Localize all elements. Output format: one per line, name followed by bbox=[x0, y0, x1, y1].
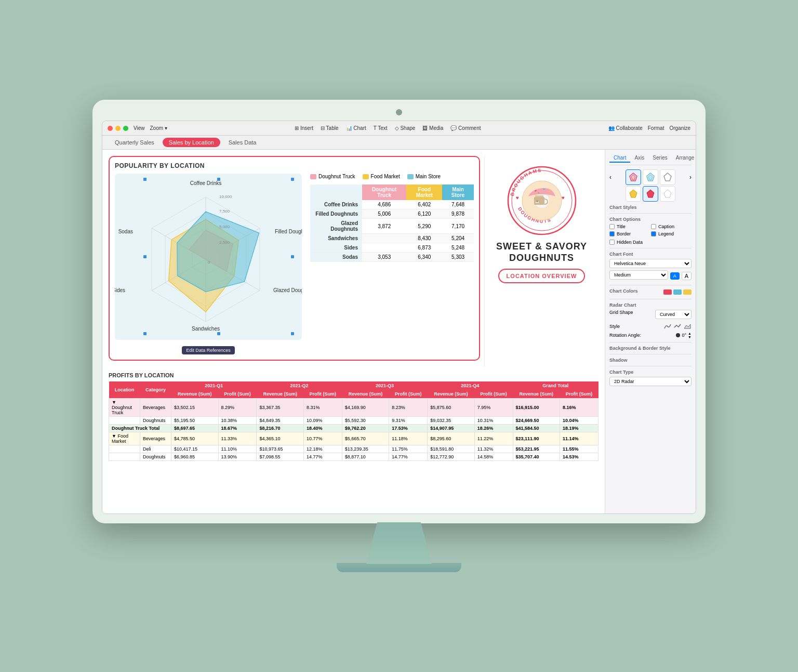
table-row: Sodas 3,053 6,340 5,303 bbox=[310, 253, 474, 262]
font-size-select[interactable]: Medium bbox=[609, 270, 668, 280]
grid-shape-select[interactable]: Curved Straight bbox=[655, 310, 691, 319]
style-label: Style bbox=[609, 324, 620, 329]
svg-text:2,500: 2,500 bbox=[219, 240, 230, 245]
svg-text:♥: ♥ bbox=[562, 195, 565, 201]
camera-notch bbox=[396, 109, 402, 115]
option-hidden-data: Hidden Data bbox=[609, 240, 691, 245]
chart-icon[interactable]: 📊 Chart bbox=[346, 125, 366, 131]
toolbar-right: 👥 Collaborate Format Organize bbox=[608, 125, 690, 131]
right-panel: Chart Axis Series Arrange ‹ bbox=[605, 150, 696, 513]
brand-logo: BROUGHAMS DOUGHNUTS ♥ ♥ bbox=[506, 164, 578, 237]
table-icon[interactable]: ⊟ Table bbox=[321, 125, 339, 131]
location-overview-btn[interactable]: LOCATION OVERVIEW bbox=[498, 269, 586, 283]
th-main-store: Main Store bbox=[442, 185, 474, 200]
chart-styles-label: Chart Styles bbox=[609, 205, 691, 210]
main-content: POPULARITY BY LOCATION bbox=[102, 150, 696, 513]
color-swatch-1[interactable] bbox=[663, 289, 672, 295]
border-checkbox[interactable] bbox=[609, 231, 615, 236]
monitor-body: View Zoom ▾ ⊞ Insert ⊟ Table 📊 Chart T T… bbox=[92, 100, 706, 523]
tab-sales-data[interactable]: Sales Data bbox=[222, 138, 263, 147]
legend-label-main: Main Store bbox=[416, 174, 441, 179]
chart-style-6[interactable] bbox=[660, 186, 675, 202]
profits-table: Location Category 2021-Q1 2021-Q2 2021-Q… bbox=[109, 381, 598, 461]
style-line-icon[interactable] bbox=[673, 323, 682, 330]
tab-arrange[interactable]: Arrange bbox=[672, 154, 696, 163]
font-select[interactable]: Helvetica Neue bbox=[609, 259, 691, 268]
close-btn[interactable] bbox=[108, 126, 113, 131]
caption-checkbox[interactable] bbox=[651, 224, 656, 229]
chart-type-select[interactable]: 2D Radar bbox=[609, 377, 691, 386]
insert-icon[interactable]: ⊞ Insert bbox=[295, 125, 313, 131]
comment-icon[interactable]: 💬 Comment bbox=[450, 125, 481, 131]
next-styles-btn[interactable]: › bbox=[689, 174, 691, 181]
svg-text:Filled Doughnuts: Filled Doughnuts bbox=[275, 229, 302, 234]
window-controls bbox=[108, 126, 128, 131]
text-icon[interactable]: T Text bbox=[374, 125, 388, 131]
svg-marker-55 bbox=[647, 190, 654, 197]
hidden-data-checkbox[interactable] bbox=[609, 240, 615, 245]
legend-dot-food bbox=[363, 174, 369, 179]
radar-chart-label: Radar Chart bbox=[609, 302, 691, 308]
svg-text:Sandwiches: Sandwiches bbox=[192, 326, 220, 332]
table-row: Glazed Doughnuts 3,872 5,290 7,170 bbox=[310, 219, 474, 234]
legend-dot-doughnut bbox=[310, 174, 316, 179]
toolbar-center: ⊞ Insert ⊟ Table 📊 Chart T Text ◇ Shape … bbox=[295, 125, 481, 131]
chart-style-4[interactable] bbox=[626, 186, 641, 202]
svg-text:Sodas: Sodas bbox=[118, 229, 133, 234]
tab-series[interactable]: Series bbox=[648, 154, 671, 163]
svg-text:Coffee Drinks: Coffee Drinks bbox=[190, 180, 221, 186]
chart-options-label: Chart Options bbox=[609, 217, 691, 222]
tab-quarterly-sales[interactable]: Quarterly Sales bbox=[109, 138, 161, 147]
edit-data-btn[interactable]: Edit Data References bbox=[182, 346, 235, 354]
chart-style-5[interactable] bbox=[643, 186, 658, 202]
mac-toolbar: View Zoom ▾ ⊞ Insert ⊟ Table 📊 Chart T T… bbox=[102, 121, 696, 136]
popularity-data-table: Doughnut Truck Food Market Main Store Co bbox=[310, 185, 474, 262]
profits-row-doughnut-beverages: ▼ Doughnut TruckBeverages $3,502.158.29%… bbox=[109, 399, 598, 417]
svg-text:Sides: Sides bbox=[115, 287, 125, 293]
rotation-dot bbox=[676, 333, 680, 337]
svg-rect-28 bbox=[291, 332, 294, 335]
chart-style-2[interactable] bbox=[643, 169, 658, 185]
bg-border-label: Background & Border Style bbox=[609, 346, 691, 351]
rotation-stepper[interactable]: ▲ ▼ bbox=[688, 332, 691, 339]
format-icon[interactable]: Format bbox=[648, 125, 664, 131]
view-label[interactable]: View bbox=[134, 125, 145, 131]
tab-axis[interactable]: Axis bbox=[630, 154, 648, 163]
collaborate-icon[interactable]: 👥 Collaborate bbox=[608, 125, 643, 131]
zoom-label[interactable]: Zoom ▾ bbox=[150, 125, 167, 131]
tab-chart[interactable]: Chart bbox=[609, 154, 630, 163]
media-icon[interactable]: 🖼 Media bbox=[422, 125, 443, 131]
toolbar-left: View Zoom ▾ bbox=[108, 125, 167, 131]
popularity-title: POPULARITY BY LOCATION bbox=[115, 162, 474, 169]
prev-styles-btn[interactable]: ‹ bbox=[609, 174, 611, 181]
chart-type-label: Chart Type bbox=[609, 370, 691, 375]
organize-icon[interactable]: Organize bbox=[669, 125, 690, 131]
legend-checkbox[interactable] bbox=[651, 231, 656, 236]
style-curved-icon[interactable] bbox=[663, 323, 672, 330]
minimize-btn[interactable] bbox=[115, 126, 121, 131]
th-doughnut-truck: Doughnut Truck bbox=[362, 185, 406, 200]
rotation-value: 0° bbox=[682, 333, 686, 338]
monitor-wrapper: View Zoom ▾ ⊞ Insert ⊟ Table 📊 Chart T T… bbox=[87, 100, 711, 572]
font-size-decrease[interactable]: A bbox=[670, 272, 680, 280]
option-title: Title bbox=[609, 224, 650, 229]
option-caption: Caption bbox=[651, 224, 691, 229]
content-area: POPULARITY BY LOCATION bbox=[102, 150, 605, 513]
style-area-icon[interactable] bbox=[683, 323, 691, 330]
chart-container: 7,500 5,000 2,500 0 10,000 Co bbox=[115, 174, 474, 354]
shape-icon[interactable]: ◇ Shape bbox=[395, 125, 416, 131]
maximize-btn[interactable] bbox=[123, 126, 128, 131]
chart-style-3[interactable] bbox=[660, 169, 675, 185]
font-size-increase[interactable]: A bbox=[682, 272, 691, 280]
svg-rect-30 bbox=[291, 255, 294, 258]
title-checkbox[interactable] bbox=[609, 224, 615, 229]
popularity-section: POPULARITY BY LOCATION bbox=[109, 156, 480, 361]
profits-section: PROFITS BY LOCATION Location Category 20… bbox=[109, 372, 598, 461]
color-swatch-2[interactable] bbox=[673, 289, 682, 295]
radar-chart: 7,500 5,000 2,500 0 10,000 Co bbox=[115, 174, 302, 354]
tab-sales-by-location[interactable]: Sales by Location bbox=[163, 138, 220, 147]
monitor-stand bbox=[363, 522, 435, 564]
chart-style-1[interactable] bbox=[626, 169, 641, 185]
legend-main-store: Main Store bbox=[407, 174, 441, 179]
color-swatch-3[interactable] bbox=[683, 289, 691, 295]
